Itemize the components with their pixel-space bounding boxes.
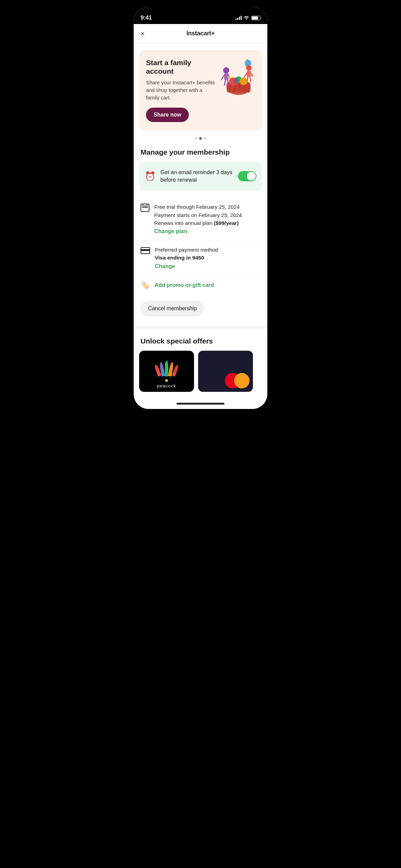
tag-icon: 🏷️ xyxy=(141,281,150,290)
trial-info-content: Free trial through February 25, 2024 Pay… xyxy=(154,203,260,234)
mastercard-logo xyxy=(225,373,250,388)
svg-point-24 xyxy=(228,76,230,79)
cancel-row: Cancel membership xyxy=(134,295,267,325)
special-offers-header: Unlock special offers xyxy=(134,330,267,351)
wifi-icon xyxy=(244,15,249,21)
cancel-membership-button[interactable]: Cancel membership xyxy=(141,301,204,316)
svg-line-19 xyxy=(244,73,247,77)
svg-point-9 xyxy=(240,77,247,85)
payment-label: Preferred payment method xyxy=(155,246,260,254)
toggle-knob xyxy=(247,172,256,181)
section-divider xyxy=(134,326,267,329)
home-bar xyxy=(177,403,224,405)
family-card-content: Start a family account Share your Instac… xyxy=(146,58,219,122)
nav-bar: × Instacart+ xyxy=(134,24,267,43)
svg-line-16 xyxy=(228,80,228,85)
credit-card-icon xyxy=(141,247,150,254)
carousel-dot-2[interactable] xyxy=(204,137,206,140)
svg-line-22 xyxy=(250,77,251,82)
page-title: Instacart+ xyxy=(186,30,215,37)
home-indicator xyxy=(134,399,267,409)
svg-line-21 xyxy=(247,77,248,82)
manage-membership-header: Manage your membership xyxy=(134,145,267,162)
family-account-card: Start a family account Share your Instac… xyxy=(139,50,262,130)
carousel-dots xyxy=(134,137,267,140)
status-icons xyxy=(235,15,260,21)
family-card-title: Start a family account xyxy=(146,58,215,75)
svg-rect-18 xyxy=(247,71,251,77)
promo-row[interactable]: 🏷️ Add promo or gift card xyxy=(134,275,267,295)
offer-cards-row: peacock xyxy=(134,351,267,399)
peacock-offer-card[interactable]: peacock xyxy=(139,351,194,392)
close-button[interactable]: × xyxy=(141,30,145,37)
svg-point-11 xyxy=(223,67,229,73)
status-bar: 9:41 xyxy=(134,7,267,24)
change-payment-link[interactable]: Change xyxy=(155,263,260,269)
payment-method-row: Preferred payment method Visa ending in … xyxy=(134,240,267,275)
carousel-dot-1[interactable] xyxy=(199,137,202,140)
carousel-dot-0[interactable] xyxy=(195,137,197,140)
alarm-icon: ⏰ xyxy=(145,171,156,182)
payment-value: Visa ending in 9450 xyxy=(155,254,260,262)
signal-icon xyxy=(235,16,242,20)
email-reminder-row: ⏰ Get an email reminder 3 days before re… xyxy=(139,162,262,191)
peacock-logo: peacock xyxy=(157,383,176,388)
battery-icon xyxy=(251,16,260,20)
mastercard-offer-card[interactable] xyxy=(198,351,253,392)
promo-link[interactable]: Add promo or gift card xyxy=(155,282,214,288)
reminder-text: Get an email reminder 3 days before rene… xyxy=(160,169,233,184)
calendar-icon xyxy=(141,204,149,212)
svg-line-4 xyxy=(239,82,240,93)
svg-line-13 xyxy=(221,75,224,80)
family-card-description: Share your Instacart+ benefits and shop … xyxy=(146,79,215,101)
payment-content: Preferred payment method Visa ending in … xyxy=(155,246,260,269)
peacock-dot xyxy=(165,379,168,382)
svg-line-15 xyxy=(224,80,226,85)
svg-line-20 xyxy=(251,73,253,76)
share-now-button[interactable]: Share now xyxy=(146,108,189,122)
trial-line1: Free trial through February 25, 2024 Pay… xyxy=(154,203,260,227)
trial-info-row: Free trial through February 25, 2024 Pay… xyxy=(134,197,267,240)
family-illustration xyxy=(219,58,256,99)
change-plan-link[interactable]: Change plan xyxy=(154,228,260,234)
main-content: Start a family account Share your Instac… xyxy=(134,43,267,409)
status-time: 9:41 xyxy=(141,14,152,21)
email-reminder-toggle[interactable] xyxy=(238,171,256,181)
svg-point-10 xyxy=(233,78,238,84)
